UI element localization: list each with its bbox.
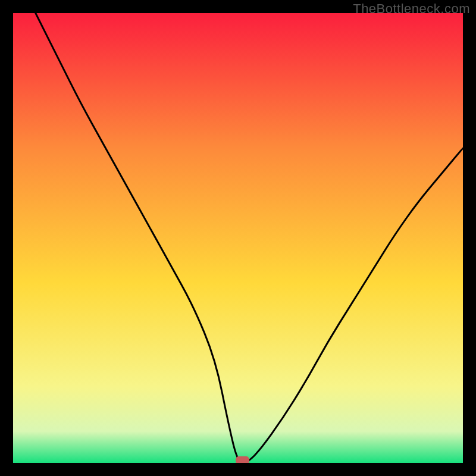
- plot-area: [13, 13, 463, 463]
- chart-svg: [13, 13, 463, 463]
- watermark-text: TheBottleneck.com: [353, 1, 470, 17]
- gradient-background: [13, 13, 463, 463]
- optimal-marker: [236, 456, 249, 463]
- chart-frame: TheBottleneck.com: [0, 0, 476, 476]
